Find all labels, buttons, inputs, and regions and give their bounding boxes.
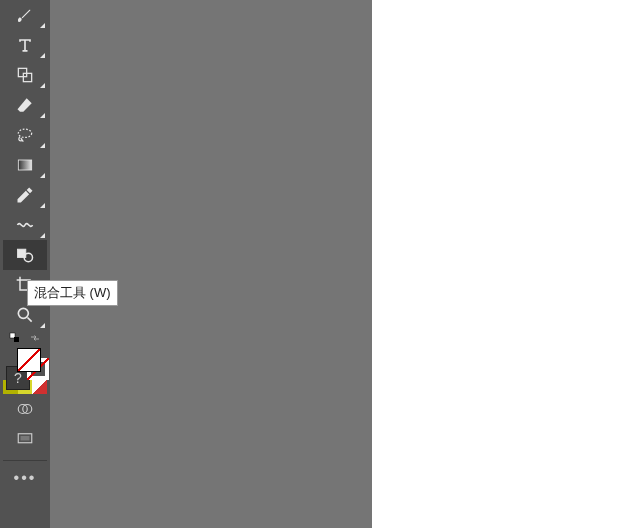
svg-rect-8 bbox=[14, 337, 19, 342]
zoom-icon bbox=[15, 305, 35, 325]
type-icon bbox=[15, 35, 35, 55]
artboard[interactable]: 2 bbox=[372, 0, 628, 528]
fill-swatch[interactable] bbox=[17, 348, 41, 372]
svg-point-2 bbox=[18, 129, 31, 137]
pasteboard-area[interactable] bbox=[50, 0, 372, 528]
swap-fill-stroke-row bbox=[3, 330, 47, 346]
swap-arrow-icon[interactable] bbox=[29, 332, 41, 344]
default-fillstroke-icon[interactable] bbox=[9, 332, 21, 344]
brush-icon bbox=[15, 5, 35, 25]
screen-mode-icon bbox=[16, 400, 34, 418]
eraser-icon bbox=[15, 95, 35, 115]
shape-builder-icon bbox=[15, 65, 35, 85]
svg-rect-12 bbox=[21, 436, 30, 441]
lasso-icon bbox=[15, 125, 35, 145]
type-tool[interactable] bbox=[3, 30, 47, 60]
ellipsis-icon: ••• bbox=[14, 469, 37, 487]
edit-toolbar-button[interactable]: ••• bbox=[3, 463, 47, 493]
brush-tool[interactable] bbox=[3, 0, 47, 30]
lasso-tool[interactable] bbox=[3, 120, 47, 150]
blend-icon bbox=[15, 245, 35, 265]
blend-tool[interactable] bbox=[3, 240, 47, 270]
svg-point-6 bbox=[18, 308, 28, 318]
shape-builder-tool[interactable] bbox=[3, 60, 47, 90]
eyedropper-tool[interactable] bbox=[3, 180, 47, 210]
fill-stroke-indicator[interactable] bbox=[3, 348, 47, 380]
draw-mode-inside[interactable] bbox=[32, 380, 47, 394]
svg-rect-3 bbox=[18, 160, 31, 170]
app-root: ? ••• 混合工具 (W) 2 bbox=[0, 0, 628, 528]
toolbar-divider bbox=[3, 460, 47, 461]
warp-icon bbox=[15, 215, 35, 235]
gradient-icon bbox=[15, 155, 35, 175]
screen-mode-button[interactable] bbox=[3, 394, 47, 424]
tool-panel: ? ••• bbox=[0, 0, 50, 528]
eraser-tool[interactable] bbox=[3, 90, 47, 120]
change-screen-button[interactable] bbox=[3, 424, 47, 454]
gradient-tool[interactable] bbox=[3, 150, 47, 180]
svg-rect-0 bbox=[18, 68, 26, 76]
presentation-icon bbox=[16, 430, 34, 448]
warp-tool[interactable] bbox=[3, 210, 47, 240]
svg-rect-1 bbox=[23, 73, 31, 81]
eyedropper-icon bbox=[15, 185, 35, 205]
tool-tooltip: 混合工具 (W) bbox=[27, 280, 118, 306]
